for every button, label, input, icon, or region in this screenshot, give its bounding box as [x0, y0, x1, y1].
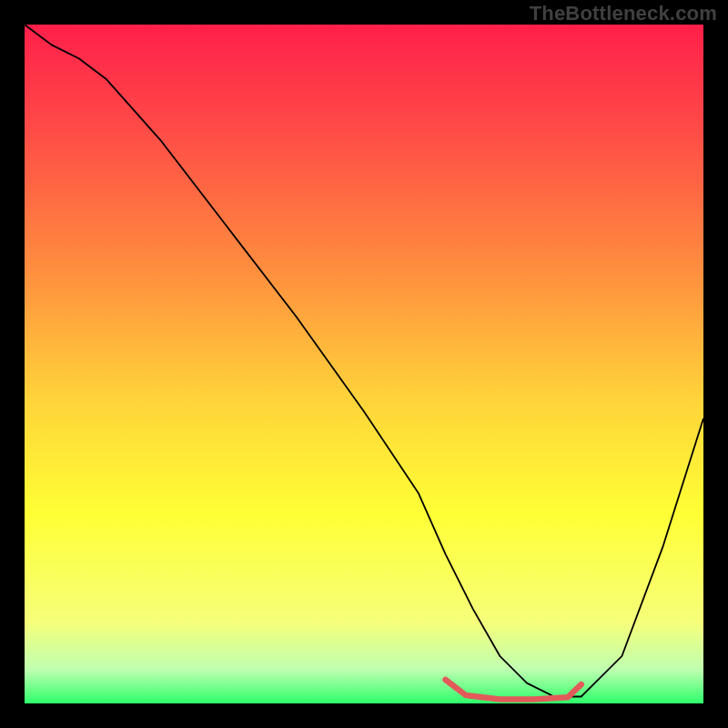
chart-container: TheBottleneck.com — [0, 0, 728, 728]
watermark-text: TheBottleneck.com — [530, 2, 717, 25]
plot-area — [25, 25, 703, 703]
chart-svg — [25, 25, 703, 703]
gradient-background — [25, 25, 703, 703]
